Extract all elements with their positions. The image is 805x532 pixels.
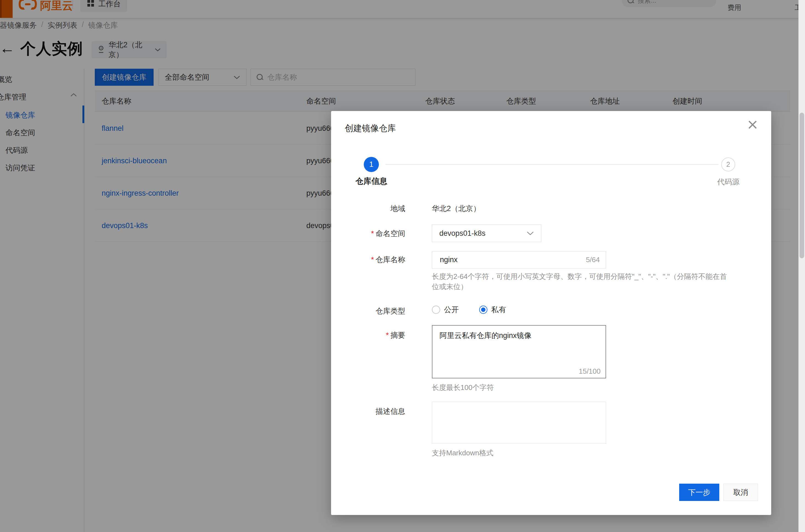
summary-counter: 15/100 <box>579 367 600 376</box>
step-connector-line <box>385 164 718 165</box>
summary-textarea-wrap: 阿里云私有仓库的nginx镜像 15/100 <box>432 325 606 378</box>
region-field-label: 地域 <box>331 204 405 213</box>
step-1-label: 仓库信息 <box>349 176 394 187</box>
region-field-value: 华北2（北京） <box>432 204 481 213</box>
repo-type-radio-group: 公开 私有 <box>432 305 506 315</box>
scrollbar-thumb[interactable] <box>800 113 804 258</box>
repo-name-help: 长度为2-64个字符，可使用小写英文字母、数字，可使用分隔符"_"、"-"、".… <box>432 271 730 292</box>
description-textarea[interactable] <box>432 402 606 443</box>
repo-name-input[interactable] <box>432 251 606 268</box>
app-root: 阿里云 工作台 费用 工单 容器镜像服务 / 实例列表 / 镜像仓库 <box>0 0 805 532</box>
step-1-circle: 1 <box>364 157 379 172</box>
description-help: 支持Markdown格式 <box>432 448 494 458</box>
modal-title: 创建镜像仓库 <box>345 122 396 134</box>
next-step-button[interactable]: 下一步 <box>679 483 719 501</box>
namespace-select-value: devops01-k8s <box>439 229 485 238</box>
repo-name-input-wrap: 5/64 <box>432 251 606 268</box>
required-asterisk: * <box>386 331 389 339</box>
radio-public-label[interactable]: 公开 <box>444 305 459 315</box>
namespace-select[interactable]: devops01-k8s <box>432 225 541 242</box>
required-asterisk: * <box>371 229 374 238</box>
radio-public[interactable] <box>432 306 440 314</box>
repo-type-field-label: 仓库类型 <box>331 306 405 316</box>
chevron-down-icon <box>527 231 534 235</box>
description-field-label: 描述信息 <box>331 406 405 416</box>
step-2-label: 代码源 <box>711 177 745 187</box>
close-icon[interactable]: × <box>746 117 759 131</box>
radio-private-label[interactable]: 私有 <box>491 305 506 315</box>
summary-field-label: *摘要 <box>331 330 405 340</box>
description-textarea-wrap <box>432 402 606 443</box>
required-asterisk: * <box>371 255 374 264</box>
cancel-button[interactable]: 取消 <box>723 483 758 501</box>
radio-private[interactable] <box>479 306 487 314</box>
summary-help: 长度最长100个字符 <box>432 382 494 393</box>
repo-name-counter: 5/64 <box>586 251 600 268</box>
page-scrollbar[interactable] <box>799 0 805 532</box>
repo-name-field-label: *仓库名称 <box>331 255 405 265</box>
namespace-field-label: *命名空间 <box>331 229 405 239</box>
create-repository-modal: 创建镜像仓库 × 1 2 仓库信息 代码源 地域 华北2（北京） *命名空间 d… <box>331 111 771 515</box>
step-2-circle: 2 <box>721 157 735 171</box>
